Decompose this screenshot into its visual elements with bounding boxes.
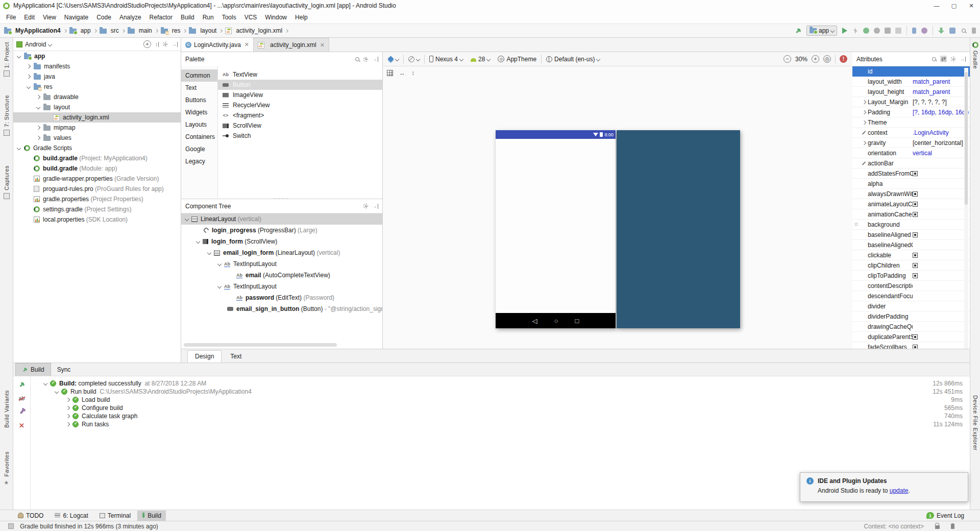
locate-file-icon[interactable]: + <box>143 40 151 48</box>
design-preview-phone[interactable]: 8:00 ◁ ○ □ <box>496 130 616 328</box>
tool-window-logcat[interactable]: 6: Logcat <box>50 511 92 521</box>
attribute-row-cliptopadding[interactable]: clipToPadding <box>852 271 970 281</box>
attribute-row-id[interactable]: id <box>852 66 970 77</box>
menu-refactor[interactable]: Refactor <box>145 12 177 23</box>
menu-window[interactable]: Window <box>261 12 291 23</box>
run-button[interactable] <box>842 28 847 34</box>
tool-window-device-file-explorer[interactable]: Device File Explorer <box>970 395 980 450</box>
palette-category-text[interactable]: Text <box>181 82 217 94</box>
design-surface-selector[interactable] <box>388 56 399 62</box>
palette-category-legacy[interactable]: Legacy <box>181 155 217 167</box>
checkbox[interactable] <box>913 191 918 197</box>
component-row-email-sign-in-button[interactable]: email_sign_in_button (Button) - "@string… <box>181 303 382 315</box>
tree-row-java[interactable]: java <box>13 71 181 82</box>
tab-loginactivity-java[interactable]: CLoginActivity.java✕ <box>181 38 254 52</box>
palette-category-containers[interactable]: Containers <box>181 131 217 143</box>
palette-item-imageview[interactable]: ImageView <box>218 90 382 100</box>
minimize-button[interactable]: — <box>928 0 945 11</box>
breadcrumb-app[interactable]: app <box>69 27 91 34</box>
tool-window-structure[interactable]: 7: Structure <box>0 95 13 136</box>
attach-debugger-icon[interactable] <box>885 28 891 34</box>
tool-window-gradle[interactable]: Gradle <box>970 42 980 69</box>
update-link[interactable]: update <box>890 487 909 494</box>
tree-row-manifests[interactable]: manifests <box>13 61 181 71</box>
menu-tools[interactable]: Tools <box>218 12 240 23</box>
locale-selector[interactable]: Default (en-us) <box>546 56 600 63</box>
attribute-row-addstatesfromchildren[interactable]: addStatesFromChildren <box>852 168 970 179</box>
zoom-fit-button[interactable]: ◎ <box>823 55 831 63</box>
palette-item-fragment[interactable]: <><fragment> <box>218 110 382 120</box>
breadcrumb-layout[interactable]: layout <box>189 27 216 34</box>
component-row-textinputlayout-1[interactable]: AbTextInputLayout <box>181 258 382 270</box>
checkbox[interactable] <box>913 273 918 278</box>
checkbox[interactable] <box>913 334 918 340</box>
tab-activity-login-xml[interactable]: activity_login.xml✕ <box>254 38 329 52</box>
tree-row-gradle-wrapper[interactable]: gradle-wrapper.properties (Gradle Versio… <box>13 174 181 184</box>
avd-manager-icon[interactable] <box>912 28 916 34</box>
profile-icon[interactable] <box>874 28 880 34</box>
menu-code[interactable]: Code <box>92 12 115 23</box>
tree-row-app[interactable]: app <box>13 51 181 61</box>
tree-row-gradle-scripts[interactable]: Gradle Scripts <box>13 143 181 153</box>
close-tab-icon[interactable]: ✕ <box>320 42 325 49</box>
checkbox[interactable] <box>913 263 918 268</box>
gear-icon[interactable] <box>363 57 368 62</box>
run-configuration-selector[interactable]: app <box>806 26 837 36</box>
menu-edit[interactable]: Edit <box>20 12 39 23</box>
tree-row-build-gradle-project[interactable]: build.gradle (Project: MyApplication4) <box>13 153 181 163</box>
zoom-out-button[interactable]: − <box>783 55 791 63</box>
hide-panel-icon[interactable]: → <box>172 42 178 47</box>
attribute-row-clipchildren[interactable]: clipChildren <box>852 260 970 271</box>
attribute-row-animationcache[interactable]: animationCache <box>852 209 970 220</box>
tab-text[interactable]: Text <box>223 350 249 363</box>
tree-row-build-gradle-module[interactable]: build.gradle (Module: app) <box>13 163 181 174</box>
sdk-manager-icon[interactable] <box>938 28 944 34</box>
tab-build-output[interactable]: Build <box>15 363 51 376</box>
menu-file[interactable]: File <box>2 12 20 23</box>
event-log[interactable]: 1Event Log <box>922 511 969 521</box>
close-tab-icon[interactable]: ✕ <box>244 41 249 48</box>
breadcrumb-src[interactable]: src <box>100 27 119 34</box>
checkbox[interactable] <box>913 345 918 349</box>
palette-item-button[interactable]: Button <box>218 80 382 90</box>
palette-category-buttons[interactable]: Buttons <box>181 94 217 106</box>
checkbox[interactable] <box>913 212 918 217</box>
close-button[interactable]: ✕ <box>963 0 980 11</box>
attribute-row-layout-height[interactable]: layout_heightmatch_parent <box>852 87 970 97</box>
build-row-calculate-task-graph[interactable]: Calculate task graph740ms <box>31 412 970 420</box>
attribute-row-fadescrollbars[interactable]: fadeScrollbars <box>852 342 970 349</box>
gear-icon[interactable] <box>163 42 167 46</box>
tree-row-activity-login-xml[interactable]: activity_login.xml <box>13 112 181 123</box>
component-row-login-form[interactable]: login_form (ScrollView) <box>181 236 382 247</box>
breadcrumb-file[interactable]: activity_login.xml <box>225 27 282 34</box>
hide-panel-icon[interactable]: → <box>372 204 378 209</box>
search-icon[interactable] <box>355 57 359 61</box>
tool-window-toggle-icon[interactable] <box>8 523 14 529</box>
tool-window-captures[interactable]: Captures <box>0 165 13 199</box>
error-indicator[interactable]: ! <box>840 55 847 63</box>
gear-icon[interactable] <box>951 57 955 61</box>
tree-row-local-properties[interactable]: local.properties (SDK Location) <box>13 214 181 225</box>
build-row-load-build[interactable]: Load build9ms <box>31 396 970 404</box>
palette-item-recyclerview[interactable]: RecyclerView <box>218 100 382 110</box>
highlighting-level-icon[interactable] <box>951 523 954 529</box>
zoom-in-button[interactable]: + <box>812 55 819 63</box>
device-selector[interactable]: Nexus 4 <box>429 56 463 63</box>
attribute-row-context[interactable]: context.LoginActivity <box>852 128 970 138</box>
tree-row-drawable[interactable]: drawable <box>13 92 181 102</box>
component-row-email-login-form[interactable]: email_login_form (LinearLayout) (vertica… <box>181 247 382 258</box>
tab-sync[interactable]: Sync <box>51 363 77 376</box>
design-canvas[interactable]: ↔ ↕ 8:00 ◁ ○ □ <box>383 66 852 349</box>
search-icon[interactable] <box>932 57 936 61</box>
attribute-row-orientation[interactable]: orientationvertical <box>852 148 970 158</box>
tree-row-mipmap[interactable]: mipmap <box>13 123 181 133</box>
attribute-row-descendantfocusability[interactable]: descendantFocusability <box>852 291 970 301</box>
build-row-result[interactable]: Build: completed successfully at 8/27/20… <box>31 379 970 388</box>
tree-row-values[interactable]: values <box>13 133 181 143</box>
maximize-button[interactable]: ▢ <box>945 0 963 11</box>
checkbox[interactable] <box>913 232 918 237</box>
api-level-selector[interactable]: 28 <box>471 56 490 63</box>
theme-selector[interactable]: ◎AppTheme <box>498 56 536 63</box>
favorite-star-icon[interactable]: ☆ <box>854 221 859 228</box>
palette-category-common[interactable]: Common <box>181 69 217 82</box>
